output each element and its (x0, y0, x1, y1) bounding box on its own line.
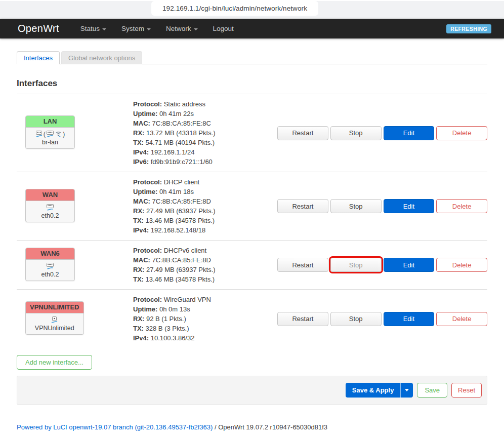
restart-button-wan[interactable]: Restart (277, 199, 328, 213)
detail-value: 0h 0m 13s (157, 305, 190, 313)
add-new-interface-button[interactable]: Add new interface... (17, 355, 92, 370)
interface-actions: RestartStopEditDelete (277, 258, 487, 272)
page-actions-bar: Save & Apply Save Reset (17, 376, 487, 405)
interface-name-label: VPNUNLIMITED (26, 302, 83, 313)
interface-detail-line: Protocol: DHCPv6 client (133, 246, 277, 255)
interface-status-cell: WANeth0.2 (17, 189, 133, 224)
detail-label: Uptime: (133, 110, 157, 117)
edit-button-wan6[interactable]: Edit (384, 258, 435, 272)
detail-label: RX: (133, 129, 144, 137)
interface-actions: RestartStopEditDelete (277, 312, 487, 326)
save-button[interactable]: Save (417, 383, 447, 398)
interface-detail-line: RX: 27.49 MB (63937 Pkts.) (133, 206, 277, 216)
detail-value: 328 B (3 Pkts.) (144, 325, 189, 332)
interface-detail-line: Protocol: Static address (133, 99, 277, 109)
interface-detail-line: Protocol: WireGuard VPN (133, 295, 277, 304)
detail-value: 7C:8B:CA:85:FE:8D (150, 256, 211, 264)
stop-button-wan6-highlighted[interactable]: Stop (330, 258, 382, 272)
nav-item-network[interactable]: Network (166, 25, 198, 32)
interface-detail-line: MAC: 7C:8B:CA:85:FE:8C (133, 118, 277, 128)
interface-box-vpnunlimited: VPNUNLIMITEDVPNUnlimited (25, 301, 84, 335)
save-apply-dropdown-button[interactable] (400, 383, 413, 398)
interface-details: Protocol: DHCPv6 clientMAC: 7C:8B:CA:85:… (133, 246, 277, 284)
detail-label: Uptime: (133, 305, 157, 313)
restart-button-wan6[interactable]: Restart (277, 258, 328, 272)
nav-item-logout[interactable]: Logout (213, 25, 234, 32)
interface-icons: () (29, 130, 71, 138)
interface-icons (29, 315, 80, 324)
detail-value: 92 B (1 Pkts.) (144, 315, 186, 323)
luci-version-link[interactable]: Powered by LuCI openwrt-19.07 branch (gi… (17, 423, 213, 431)
interface-detail-line: TX: 54.71 MB (40194 Pkts.) (133, 138, 277, 147)
interface-box-body: VPNUnlimited (26, 313, 83, 334)
interface-detail-line: TX: 13.46 MB (34578 Pkts.) (133, 216, 277, 225)
detail-value: 13.46 MB (34578 Pkts.) (144, 217, 215, 224)
interface-icons (29, 203, 71, 212)
interface-detail-line: Protocol: DHCP client (133, 177, 277, 187)
detail-value: 13.72 MB (43318 Pkts.) (144, 129, 215, 137)
restart-button-lan[interactable]: Restart (277, 126, 328, 140)
detail-label: MAC: (133, 120, 150, 127)
interface-device-label: br-lan (29, 139, 71, 146)
interface-name-label: LAN (26, 116, 74, 128)
interface-device-label: VPNUnlimited (29, 325, 80, 332)
top-navbar: OpenWrt Status System Network Logout REF… (0, 19, 504, 38)
detail-label: IPv4: (133, 148, 149, 156)
delete-button-vpnunlimited[interactable]: Delete (436, 312, 487, 326)
detail-label: IPv6: (133, 158, 149, 166)
delete-button-wan[interactable]: Delete (436, 199, 487, 213)
chevron-down-icon (102, 28, 106, 30)
edit-button-vpnunlimited[interactable]: Edit (384, 312, 435, 326)
delete-button-wan6[interactable]: Delete (436, 258, 487, 272)
detail-value: 0h 41m 18s (157, 188, 194, 195)
interface-status-cell: VPNUNLIMITEDVPNUnlimited (17, 301, 133, 336)
interface-detail-line: RX: 27.49 MB (63937 Pkts.) (133, 265, 277, 274)
nav-item-system[interactable]: System (121, 25, 151, 32)
stop-button-vpnunlimited[interactable]: Stop (330, 312, 382, 326)
refreshing-status-badge: REFRESHING (446, 24, 491, 33)
interface-actions: RestartStopEditDelete (277, 199, 487, 213)
interface-status-cell: WAN6eth0.2 (17, 248, 133, 283)
chevron-down-icon (147, 28, 151, 30)
detail-label: MAC: (133, 197, 150, 205)
openwrt-logo: OpenWrt (18, 23, 59, 34)
tab-global-network-options[interactable]: Global network options (61, 51, 142, 64)
interface-box-wan6: WAN6eth0.2 (25, 248, 75, 281)
detail-value: 27.49 MB (63937 Pkts.) (144, 207, 215, 215)
detail-label: MAC: (133, 256, 150, 264)
detail-value: 13.46 MB (34578 Pkts.) (144, 275, 215, 283)
ethernet-switch-icon (46, 130, 54, 138)
interface-detail-line: IPv6: fd9b:91b9:c721::1/60 (133, 157, 277, 167)
restart-button-vpnunlimited[interactable]: Restart (277, 312, 328, 326)
bridge-paren: ( (44, 130, 46, 138)
interface-detail-line: RX: 92 B (1 Pkts.) (133, 314, 277, 324)
detail-value: DHCP client (162, 178, 199, 186)
interface-device-label: eth0.2 (29, 212, 71, 219)
interface-detail-line: Uptime: 0h 0m 13s (133, 304, 277, 314)
interface-row-wan: WANeth0.2Protocol: DHCP clientUptime: 0h… (17, 172, 487, 241)
save-apply-button[interactable]: Save & Apply (346, 383, 401, 398)
interface-box-wan: WANeth0.2 (25, 189, 75, 222)
edit-button-wan[interactable]: Edit (384, 199, 435, 213)
edit-button-lan[interactable]: Edit (384, 126, 435, 140)
tab-interfaces[interactable]: Interfaces (17, 51, 60, 64)
stop-button-wan[interactable]: Stop (330, 199, 382, 213)
interface-name-label: WAN (26, 189, 74, 201)
detail-label: Uptime: (133, 188, 157, 195)
detail-label: IPv4: (133, 226, 149, 234)
interface-box-lan: LAN()br-lan (25, 115, 75, 149)
reset-button[interactable]: Reset (451, 383, 482, 398)
interface-detail-line: MAC: 7C:8B:CA:85:FE:8D (133, 255, 277, 265)
save-apply-split-button: Save & Apply (346, 383, 413, 398)
interface-name-label: WAN6 (26, 248, 74, 260)
detail-value: WireGuard VPN (162, 296, 211, 303)
stop-button-lan[interactable]: Stop (330, 126, 382, 140)
interface-box-body: ()br-lan (26, 128, 74, 148)
delete-button-lan[interactable]: Delete (436, 126, 487, 140)
nav-item-status[interactable]: Status (80, 25, 106, 32)
interface-detail-line: RX: 13.72 MB (43318 Pkts.) (133, 128, 277, 138)
address-bar[interactable]: 192.169.1.1/cgi-bin/luci/admin/network/n… (151, 1, 318, 16)
interface-row-lan: LAN()br-lanProtocol: Static addressUptim… (17, 94, 487, 172)
interface-box-body: eth0.2 (26, 260, 74, 281)
detail-value: fd9b:91b9:c721::1/60 (149, 158, 213, 166)
